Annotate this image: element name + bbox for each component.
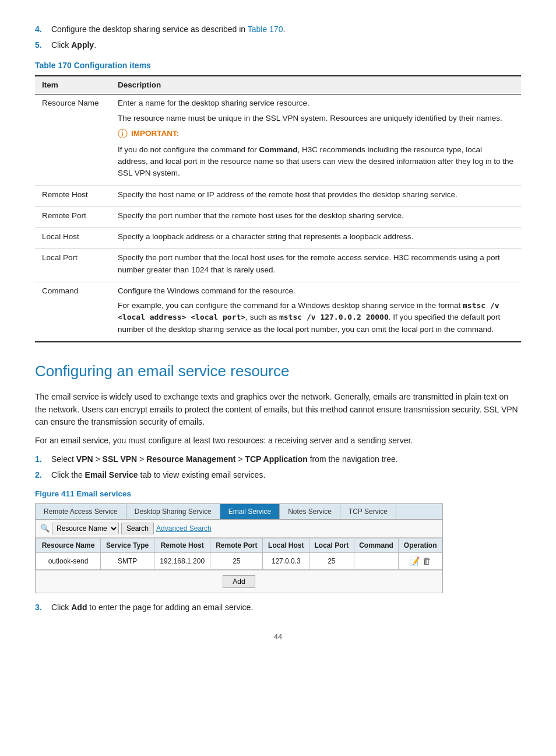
step-b3-text: Click Add to enter the page for adding a… [51,601,253,614]
table-item-cell: Resource Name [35,94,111,186]
step-5-num: 5. [35,39,47,51]
ui-col-local-port: Local Port [309,538,354,552]
ui-data-table: Resource NameService TypeRemote HostRemo… [36,538,442,570]
apply-label: Apply [71,40,94,50]
steps-bottom: 3. Click Add to enter the page for addin… [35,601,521,614]
table-item-cell: Command [35,282,111,342]
table-desc-cell: Enter a name for the desktop sharing ser… [111,94,521,186]
ui-tab-email-service[interactable]: Email Service [220,504,280,519]
step-m1-num: 1. [35,453,47,466]
table170-link[interactable]: Table 170 [248,24,283,34]
body-para2: For an email service, you must configure… [35,435,521,447]
table-item-cell: Remote Host [35,186,111,206]
search-button[interactable]: Search [121,523,154,534]
step-4-num: 4. [35,23,47,36]
step-b3-num: 3. [35,601,47,614]
search-icon: 🔍 [40,523,50,534]
ui-table-cell: 25 [309,552,354,570]
table-title: Table 170 Configuration items [35,60,521,72]
ui-col-operation: Operation [399,538,442,552]
ui-table-cell: outlook-send [36,552,101,570]
ui-toolbar[interactable]: 🔍 Resource Name Search Advanced Search [36,520,442,538]
ui-col-local-host: Local Host [263,538,309,552]
resource-name-dropdown[interactable]: Resource Name [52,523,119,534]
ui-col-resource-name: Resource Name [36,538,101,552]
ui-col-remote-host: Remote Host [154,538,210,552]
figure-title: Figure 411 Email services [35,488,521,500]
table-desc-cell: Specify a loopback address or a characte… [111,228,521,249]
ui-table-cell: 192.168.1.200 [154,552,210,570]
ui-mockup: Remote Access ServiceDesktop Sharing Ser… [35,503,443,594]
ui-col-remote-port: Remote Port [210,538,263,552]
important-icon: ⓘ [118,128,128,141]
step-4-text: Configure the desktop sharing service as… [51,23,285,36]
delete-icon[interactable]: 🗑 [423,555,431,568]
section-title: Configuring an email service resource [35,360,521,383]
table-item-cell: Local Port [35,249,111,282]
operation-cell[interactable]: 📝🗑 [399,552,442,570]
ui-table-cell: SMTP [100,552,154,570]
ui-tab-tcp-service[interactable]: TCP Service [340,504,396,519]
step-b3: 3. Click Add to enter the page for addin… [35,601,521,614]
config-table: Item Description Resource NameEnter a na… [35,75,521,342]
col-description: Description [111,76,521,94]
steps-middle: 1. Select VPN > SSL VPN > Resource Manag… [35,453,521,481]
table-desc-cell: Specify the port number that the remote … [111,206,521,228]
ui-tab-remote-access-service[interactable]: Remote Access Service [36,504,126,519]
ui-tabs: Remote Access ServiceDesktop Sharing Ser… [36,504,442,520]
step-5-text: Click Apply. [51,39,96,51]
important-label: IMPORTANT: [131,128,179,139]
table-desc-cell: Specify the port number that the local h… [111,249,521,282]
steps-top: 4. Configure the desktop sharing service… [35,23,521,51]
ui-tab-desktop-sharing-service[interactable]: Desktop Sharing Service [126,504,220,519]
ui-col-command: Command [354,538,399,552]
col-item: Item [35,76,111,94]
add-button[interactable]: Add [223,575,255,588]
table-desc-cell: Configure the Windows command for the re… [111,282,521,342]
table-item-cell: Local Host [35,228,111,249]
step-m1: 1. Select VPN > SSL VPN > Resource Manag… [35,453,521,466]
ui-table-cell [354,552,399,570]
step-5: 5. Click Apply. [35,39,521,51]
ui-col-service-type: Service Type [100,538,154,552]
table-desc-cell: Specify the host name or IP address of t… [111,186,521,206]
step-4: 4. Configure the desktop sharing service… [35,23,521,36]
body-para1: The email service is widely used to exch… [35,391,521,429]
ui-table-cell: 25 [210,552,263,570]
step-m2-num: 2. [35,469,47,481]
page-number: 44 [35,631,521,643]
table-item-cell: Remote Port [35,206,111,228]
advanced-search-link[interactable]: Advanced Search [156,523,212,534]
step-m2-text: Click the Email Service tab to view exis… [51,469,265,481]
step-m2: 2. Click the Email Service tab to view e… [35,469,521,481]
edit-icon[interactable]: 📝 [409,555,420,568]
ui-table-cell: 127.0.0.3 [263,552,309,570]
add-row: Add [36,570,442,593]
ui-tab-notes-service[interactable]: Notes Service [280,504,340,519]
step-m1-text: Select VPN > SSL VPN > Resource Manageme… [51,453,398,466]
